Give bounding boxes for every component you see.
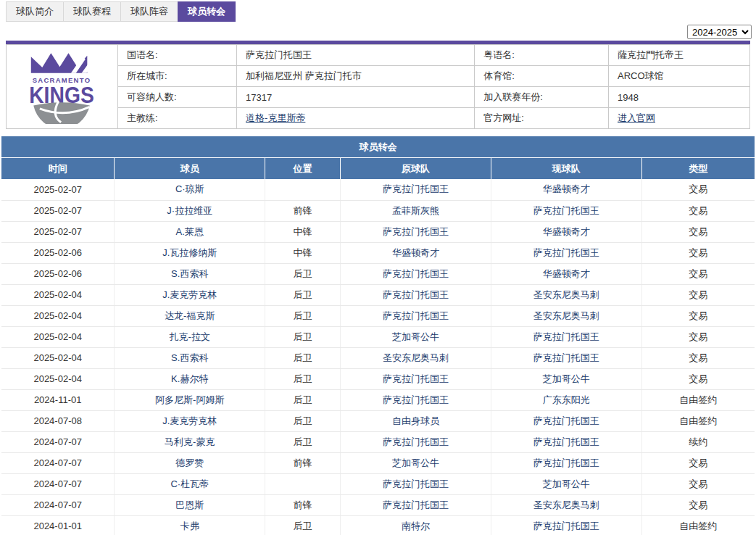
- from-team-link[interactable]: 华盛顿奇才: [392, 247, 439, 258]
- cell-type: 交易: [641, 452, 755, 473]
- transfer-row: 2024-07-07 C·杜瓦蒂 萨克拉门托国王 芝加哥公牛 交易: [1, 473, 755, 494]
- cell-from-team: 自由身球员: [341, 410, 491, 431]
- info-label: 粤语名:: [475, 45, 609, 66]
- from-team-link[interactable]: 萨克拉门托国王: [383, 226, 449, 237]
- col-header-from-team: 原球队: [341, 158, 491, 179]
- cell-to-team: 芝加哥公牛: [491, 473, 641, 494]
- cell-type: 交易: [641, 326, 755, 347]
- from-team-link[interactable]: 圣安东尼奥马刺: [383, 352, 449, 363]
- from-team-link[interactable]: 萨克拉门托国王: [383, 373, 449, 384]
- to-team-link[interactable]: 萨克拉门托国王: [533, 331, 599, 342]
- tab-team-roster[interactable]: 球队阵容: [120, 1, 178, 22]
- player-link[interactable]: J·拉拉维亚: [167, 205, 212, 216]
- cell-player: J.麦克劳克林: [115, 284, 265, 305]
- tab-player-transfers[interactable]: 球员转会: [178, 1, 236, 22]
- transfer-row: 2024-07-08 J.麦克劳克林 后卫 自由身球员 萨克拉门托国王 自由签约: [1, 410, 755, 431]
- to-team-link[interactable]: 萨克拉门托国王: [533, 247, 599, 258]
- from-team-link[interactable]: 自由身球员: [392, 415, 439, 426]
- player-link[interactable]: J.麦克劳克林: [162, 289, 217, 300]
- to-team-link[interactable]: 广东东阳光: [543, 394, 590, 405]
- cell-position: 后卫: [265, 284, 341, 305]
- player-link[interactable]: 扎克-拉文: [170, 331, 210, 342]
- transfer-section: 球员转会 时间 球员 位置 原球队 现球队 类型 2025-02-07 C·琼斯…: [1, 136, 755, 535]
- cell-type: 交易: [641, 368, 755, 389]
- cell-player: J.瓦拉修纳斯: [115, 242, 265, 263]
- info-value-join-year: 1948: [609, 87, 750, 108]
- cell-to-team: 萨克拉门托国王: [491, 410, 641, 431]
- player-link[interactable]: J.瓦拉修纳斯: [162, 247, 217, 258]
- official-site-link[interactable]: 进入官网: [618, 112, 655, 123]
- cell-date: 2025-02-07: [1, 200, 115, 221]
- from-team-link[interactable]: 萨克拉门托国王: [383, 183, 449, 194]
- season-select[interactable]: 2024-2025: [687, 25, 752, 39]
- to-team-link[interactable]: 华盛顿奇才: [543, 183, 590, 194]
- cell-player: 巴恩斯: [115, 494, 265, 515]
- cell-type: 交易: [641, 494, 755, 515]
- from-team-link[interactable]: 萨克拉门托国王: [383, 499, 449, 510]
- cell-position: 后卫: [265, 515, 341, 535]
- to-team-link[interactable]: 芝加哥公牛: [543, 478, 590, 489]
- from-team-link[interactable]: 萨克拉门托国王: [383, 268, 449, 279]
- from-team-link[interactable]: 芝加哥公牛: [392, 457, 439, 468]
- to-team-link[interactable]: 圣安东尼奥马刺: [533, 289, 599, 300]
- cell-date: 2025-02-06: [1, 242, 115, 263]
- player-link[interactable]: 巴恩斯: [175, 499, 204, 510]
- cell-type: 交易: [641, 242, 755, 263]
- player-link[interactable]: S.西索科: [171, 268, 208, 279]
- col-header-to-team: 现球队: [491, 158, 641, 179]
- cell-date: 2024-11-01: [1, 389, 115, 410]
- coach-link[interactable]: 道格-克里斯蒂: [246, 112, 305, 123]
- info-label: 体育馆:: [475, 66, 609, 87]
- to-team-link[interactable]: 华盛顿奇才: [543, 226, 590, 237]
- player-link[interactable]: K.赫尔特: [171, 373, 208, 384]
- cell-position: 后卫: [265, 389, 341, 410]
- to-team-link[interactable]: 萨克拉门托国王: [533, 352, 599, 363]
- player-link[interactable]: C·琼斯: [175, 183, 204, 194]
- to-team-link[interactable]: 萨克拉门托国王: [533, 436, 599, 447]
- to-team-link[interactable]: 萨克拉门托国王: [533, 457, 599, 468]
- player-link[interactable]: A.莱恩: [176, 226, 204, 237]
- from-team-link[interactable]: 萨克拉门托国王: [383, 394, 449, 405]
- from-team-link[interactable]: 萨克拉门托国王: [383, 289, 449, 300]
- cell-from-team: 华盛顿奇才: [341, 242, 491, 263]
- to-team-link[interactable]: 萨克拉门托国王: [533, 205, 599, 216]
- cell-date: 2025-02-04: [1, 326, 115, 347]
- from-team-link[interactable]: 萨克拉门托国王: [383, 436, 449, 447]
- from-team-link[interactable]: 芝加哥公牛: [392, 331, 439, 342]
- cell-player: 卡弗: [115, 515, 265, 535]
- cell-from-team: 芝加哥公牛: [341, 452, 491, 473]
- player-link[interactable]: S.西索科: [171, 352, 208, 363]
- cell-player: 阿多尼斯-阿姆斯: [115, 389, 265, 410]
- transfer-row: 2024-07-07 马利克-蒙克 后卫 萨克拉门托国王 萨克拉门托国王 续约: [1, 431, 755, 452]
- info-label: 国语名:: [117, 45, 236, 66]
- to-team-link[interactable]: 圣安东尼奥马刺: [533, 310, 599, 321]
- cell-position: 前锋: [265, 200, 341, 221]
- player-link[interactable]: 德罗赞: [175, 457, 204, 468]
- from-team-link[interactable]: 萨克拉门托国王: [383, 310, 449, 321]
- cell-to-team: 芝加哥公牛: [491, 368, 641, 389]
- player-link[interactable]: 达龙-福克斯: [165, 310, 215, 321]
- player-link[interactable]: 马利克-蒙克: [165, 436, 215, 447]
- from-team-link[interactable]: 南特尔: [402, 521, 430, 531]
- from-team-link[interactable]: 萨克拉门托国王: [383, 478, 449, 489]
- transfer-row: 2025-02-06 J.瓦拉修纳斯 中锋 华盛顿奇才 萨克拉门托国王 交易: [1, 242, 755, 263]
- from-team-link[interactable]: 孟菲斯灰熊: [392, 205, 439, 216]
- transfer-row: 2025-02-04 扎克-拉文 后卫 芝加哥公牛 萨克拉门托国王 交易: [1, 326, 755, 347]
- cell-type: 交易: [641, 263, 755, 284]
- cell-to-team: 萨克拉门托国王: [491, 200, 641, 221]
- to-team-link[interactable]: 华盛顿奇才: [543, 268, 590, 279]
- col-header-position: 位置: [265, 158, 341, 179]
- player-link[interactable]: 阿多尼斯-阿姆斯: [155, 394, 224, 405]
- player-link[interactable]: J.麦克劳克林: [162, 415, 217, 426]
- cell-to-team: 萨克拉门托国王: [491, 431, 641, 452]
- tab-team-schedule[interactable]: 球队赛程: [63, 1, 121, 22]
- player-link[interactable]: C·杜瓦蒂: [170, 478, 209, 489]
- tab-team-intro[interactable]: 球队简介: [6, 1, 64, 22]
- player-link[interactable]: 卡弗: [180, 521, 199, 531]
- to-team-link[interactable]: 圣安东尼奥马刺: [533, 499, 599, 510]
- transfer-row: 2025-02-07 C·琼斯 萨克拉门托国王 华盛顿奇才 交易: [1, 179, 755, 200]
- to-team-link[interactable]: 萨克拉门托国王: [533, 521, 599, 531]
- to-team-link[interactable]: 芝加哥公牛: [543, 373, 590, 384]
- cell-position: 后卫: [265, 410, 341, 431]
- to-team-link[interactable]: 萨克拉门托国王: [533, 415, 599, 426]
